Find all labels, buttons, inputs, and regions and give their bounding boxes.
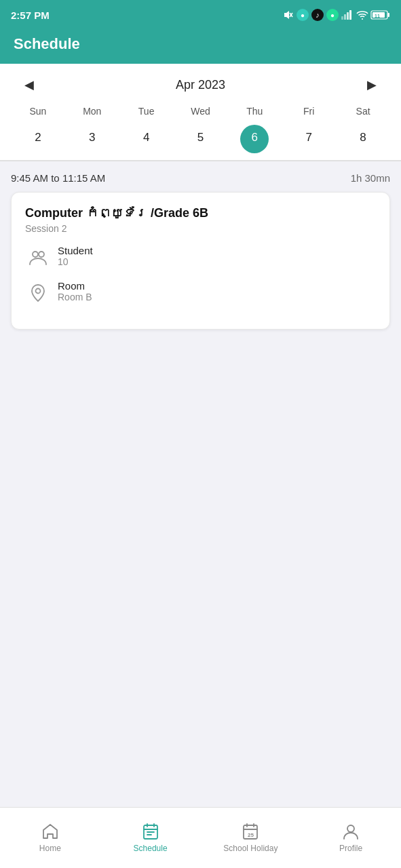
svg-rect-5 [349, 10, 351, 20]
calendar-section: ◀ Apr 2023 ▶ Sun Mon Tue Wed Thu Fri Sat… [0, 64, 401, 161]
holiday-label: School Holiday [223, 844, 278, 853]
session-title: Computer កំព្យូទ័រ /Grade 6B [25, 206, 376, 220]
weekday-sun: Sun [11, 103, 65, 119]
student-info-text: Student 10 [58, 245, 93, 267]
svg-point-6 [362, 18, 363, 20]
profile-label: Profile [339, 844, 362, 853]
prev-month-button[interactable]: ◀ [18, 75, 41, 95]
svg-point-12 [39, 252, 44, 257]
weekdays-row: Sun Mon Tue Wed Thu Fri Sat [11, 103, 390, 119]
nav-item-home[interactable]: Home [0, 816, 100, 853]
room-info-text: Room Room B [58, 280, 92, 302]
tiktok-icon: ♪ [311, 9, 324, 21]
status-time: 2:57 PM [11, 9, 50, 21]
schedule-label: Schedule [134, 844, 168, 853]
weekday-tue: Tue [119, 103, 174, 119]
app-icon: ● [326, 9, 339, 21]
svg-text:25: 25 [248, 832, 254, 838]
signal-icon [341, 10, 354, 20]
room-label: Room [58, 280, 92, 292]
status-icons: ● ♪ ● 11 [283, 9, 390, 21]
room-info-row: Room Room B [25, 280, 376, 306]
month-nav: ◀ Apr 2023 ▶ [11, 71, 390, 103]
date-5[interactable]: 5 [174, 125, 228, 153]
header: Schedule [0, 30, 401, 64]
room-icon [25, 280, 51, 306]
mute-icon [283, 9, 294, 20]
home-icon [41, 822, 60, 841]
status-bar: 2:57 PM ● ♪ ● [0, 0, 401, 30]
nav-item-holiday[interactable]: 25 School Holiday [201, 816, 301, 853]
date-4[interactable]: 4 [119, 125, 174, 153]
wifi-icon [356, 10, 368, 20]
date-8[interactable]: 8 [336, 125, 390, 153]
svg-text:11: 11 [375, 14, 380, 18]
session-subtitle: Session 2 [25, 223, 376, 234]
month-year-label: Apr 2023 [176, 78, 225, 92]
svg-rect-8 [388, 13, 390, 17]
student-label: Student [58, 245, 93, 256]
room-value: Room B [58, 292, 92, 302]
duration-label: 1h 30mn [351, 172, 390, 184]
schedule-icon [141, 822, 160, 841]
time-row: 9:45 AM to 11:15 AM 1h 30mn [11, 172, 390, 184]
svg-rect-3 [344, 14, 346, 20]
holiday-icon: 25 [241, 822, 260, 841]
page-title: Schedule [14, 35, 80, 52]
session-card[interactable]: Computer កំព្យូទ័រ /Grade 6B Session 2 S… [11, 192, 390, 330]
date-7[interactable]: 7 [282, 125, 336, 153]
schedule-content: 9:45 AM to 11:15 AM 1h 30mn Computer កំព… [0, 161, 401, 340]
date-6-active[interactable]: 6 [240, 125, 269, 153]
weekday-wed: Wed [174, 103, 228, 119]
svg-point-11 [33, 252, 38, 257]
date-2[interactable]: 2 [11, 125, 65, 153]
home-label: Home [39, 844, 61, 853]
next-month-button[interactable]: ▶ [360, 75, 383, 95]
student-info-row: Student 10 [25, 245, 376, 271]
weekday-sat: Sat [336, 103, 390, 119]
dates-row: 2 3 4 5 6 7 8 [11, 125, 390, 153]
weekday-thu: Thu [227, 103, 282, 119]
student-icon [25, 245, 51, 271]
time-range-label: 9:45 AM to 11:15 AM [11, 172, 105, 184]
student-count: 10 [58, 256, 93, 267]
nav-item-profile[interactable]: Profile [301, 816, 401, 853]
svg-point-13 [36, 289, 41, 294]
svg-rect-4 [347, 12, 349, 20]
weekday-fri: Fri [282, 103, 336, 119]
bottom-nav: Home Schedule 25 School Ho [0, 807, 401, 868]
battery-icon: 11 [371, 10, 390, 20]
weekday-mon: Mon [65, 103, 119, 119]
nav-item-schedule[interactable]: Schedule [100, 816, 201, 853]
date-3[interactable]: 3 [65, 125, 119, 153]
svg-rect-2 [341, 16, 343, 20]
notification-icon: ● [297, 9, 309, 21]
profile-icon [341, 822, 360, 841]
svg-point-25 [347, 825, 354, 832]
